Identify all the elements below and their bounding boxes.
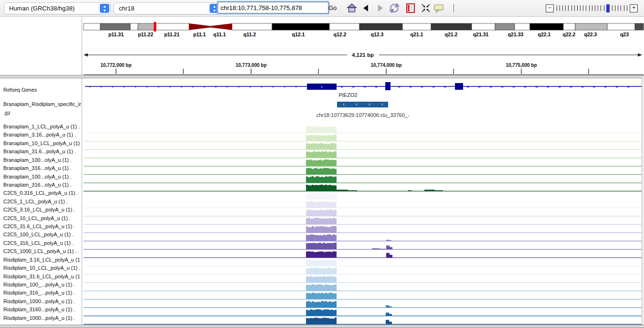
intron-feature-bar[interactable] bbox=[337, 102, 388, 107]
cytoband[interactable] bbox=[495, 23, 515, 30]
coverage-peak[interactable] bbox=[306, 218, 337, 224]
track-name-label[interactable]: Branaplam_316...olyA_u (1) . bbox=[3, 182, 72, 188]
track-name-label[interactable]: Branaplam_3.16...polyA_u (1) . bbox=[3, 132, 76, 138]
gene-name-label[interactable]: PIEZO2 bbox=[338, 92, 357, 98]
zoom-tick[interactable] bbox=[601, 5, 601, 11]
cytoband[interactable] bbox=[575, 23, 607, 30]
coverage-peak-minor[interactable] bbox=[386, 253, 392, 258]
coverage-peak[interactable] bbox=[306, 159, 337, 166]
coverage-peak[interactable] bbox=[306, 210, 337, 216]
zoom-tick[interactable] bbox=[586, 5, 586, 11]
track-name-label[interactable]: Risdiplam_316_...polyA_u (1) . bbox=[3, 290, 75, 296]
chromosome-select[interactable]: chr18 ▲▼ bbox=[114, 2, 221, 14]
track-name-label[interactable]: C2C5_31.6_LCL_polyA_u (1) . bbox=[3, 223, 75, 229]
cytoband[interactable] bbox=[472, 23, 495, 30]
cytoband[interactable] bbox=[272, 23, 329, 30]
track-name-label[interactable]: Risdiplam_3160...polyA_u (1) . bbox=[3, 307, 75, 312]
track-name-label[interactable]: Branaplam_316...olyA_u (1) . bbox=[3, 165, 72, 171]
coverage-peak[interactable] bbox=[306, 226, 337, 233]
cytoband[interactable] bbox=[138, 23, 154, 30]
coverage-peak[interactable] bbox=[306, 276, 337, 283]
coverage-peak[interactable] bbox=[306, 251, 337, 258]
coverage-peak-minor[interactable] bbox=[408, 190, 412, 191]
zoom-tick[interactable] bbox=[592, 5, 592, 11]
track-name-label[interactable]: C2C5_1_LCL_polyA_u (1) . bbox=[3, 199, 68, 204]
cytoband[interactable] bbox=[329, 23, 359, 30]
track-name-label[interactable]: Branaplam_Risdiplam_specific_int bbox=[3, 101, 81, 107]
coverage-peak[interactable] bbox=[306, 259, 337, 266]
cytoband[interactable] bbox=[402, 23, 431, 30]
track-name-label[interactable]: Risdiplam_100_...polyA_u (1) . bbox=[3, 282, 75, 287]
coverage-peak-minor[interactable] bbox=[372, 248, 386, 249]
cytoband[interactable] bbox=[156, 23, 189, 30]
coverage-peak[interactable] bbox=[306, 193, 337, 200]
zoom-tick[interactable] bbox=[595, 5, 595, 11]
cytoband[interactable] bbox=[130, 23, 138, 30]
track-name-label[interactable]: Risdiplam_10_LCL_polyA_u (1) . bbox=[3, 265, 80, 271]
coverage-peak[interactable] bbox=[306, 135, 337, 141]
coverage-peak-minor[interactable] bbox=[386, 305, 391, 307]
zoom-tick[interactable] bbox=[627, 5, 627, 11]
zoom-tick[interactable] bbox=[560, 5, 560, 11]
coverage-peak[interactable] bbox=[306, 176, 337, 183]
coverage-peak[interactable] bbox=[306, 151, 337, 158]
zoom-tick[interactable] bbox=[621, 5, 621, 11]
zoom-tick[interactable] bbox=[615, 5, 615, 11]
go-button[interactable]: Go bbox=[328, 4, 337, 11]
coverage-peak[interactable] bbox=[306, 143, 337, 149]
zoom-tick[interactable] bbox=[574, 5, 575, 11]
cytoband[interactable] bbox=[530, 23, 563, 30]
coverage-peak[interactable] bbox=[306, 168, 337, 174]
coverage-peak[interactable] bbox=[306, 317, 337, 324]
forward-arrow-icon[interactable] bbox=[375, 3, 385, 13]
coverage-peak-minor[interactable] bbox=[424, 190, 443, 191]
track-name-label[interactable]: Risdiplam_1000...polyA_u (1) . bbox=[3, 315, 75, 321]
zoom-tick[interactable] bbox=[618, 5, 618, 11]
coverage-peak[interactable] bbox=[306, 268, 337, 275]
zoom-tick[interactable] bbox=[557, 5, 557, 11]
coverage-peak[interactable] bbox=[306, 293, 337, 299]
fit-region-icon[interactable] bbox=[421, 3, 431, 13]
refresh-icon[interactable] bbox=[389, 3, 400, 13]
zoom-out-button[interactable]: − bbox=[546, 4, 554, 12]
zoom-tick[interactable] bbox=[571, 5, 572, 11]
refseq-exon[interactable] bbox=[455, 83, 463, 90]
coverage-peak-minor[interactable] bbox=[386, 240, 391, 241]
zoom-in-button[interactable]: + bbox=[630, 4, 638, 12]
zoom-tick[interactable] bbox=[583, 5, 583, 11]
coverage-peak[interactable] bbox=[306, 301, 337, 307]
cytoband[interactable] bbox=[515, 23, 530, 30]
zoom-tick[interactable] bbox=[580, 5, 581, 11]
zoom-tick[interactable] bbox=[565, 5, 566, 11]
coverage-peak-minor[interactable] bbox=[386, 320, 392, 324]
zoom-tick[interactable] bbox=[568, 5, 569, 11]
zoom-tick[interactable] bbox=[562, 5, 563, 11]
home-icon[interactable] bbox=[347, 3, 357, 13]
coverage-peak[interactable] bbox=[306, 234, 337, 241]
zoom-tick[interactable] bbox=[612, 5, 612, 11]
cytoband[interactable] bbox=[100, 23, 130, 30]
comment-bubble-icon[interactable] bbox=[433, 3, 444, 13]
coverage-peak[interactable] bbox=[306, 284, 337, 291]
genome-select[interactable]: Human (GRCh38/hg38) ▲▼ bbox=[4, 2, 111, 14]
cytoband[interactable] bbox=[563, 23, 575, 30]
track-data-panel[interactable]: ‹‹‹‹‹‹‹‹‹‹‹‹‹‹‹‹‹‹‹«««««««««««««««««««««… bbox=[83, 77, 642, 325]
zoom-tick[interactable] bbox=[604, 5, 604, 11]
track-name-label[interactable]: Risdiplam_31.6_LCL_polyA_u (1 bbox=[3, 274, 80, 279]
coverage-peak[interactable] bbox=[306, 201, 337, 208]
track-name-label[interactable]: C2C5_0.316_LCL_polyA_u (1) . bbox=[3, 190, 78, 196]
coverage-peak[interactable] bbox=[306, 243, 337, 249]
track-name-label[interactable]: Branaplam_31.6...polyA_u (1) . bbox=[3, 148, 76, 154]
coverage-peak-minor[interactable] bbox=[386, 245, 392, 249]
track-name-label[interactable]: Branaplam_100...olyA_u (1) . bbox=[3, 157, 72, 163]
track-name-label[interactable]: C2C5_10_LCL_polyA_u (1) . bbox=[3, 215, 71, 221]
track-name-label[interactable]: C2C5_100_LCL_polyA_u (1) . bbox=[3, 232, 74, 237]
cytoband[interactable] bbox=[431, 23, 472, 30]
intron-cluster-label[interactable]: chr18:10773629:10774006:clu_33760_- bbox=[316, 112, 409, 118]
snapshot-window-icon[interactable] bbox=[405, 3, 416, 13]
track-name-label[interactable]: .gz bbox=[3, 110, 11, 116]
zoom-tick[interactable] bbox=[577, 5, 578, 11]
track-name-label[interactable]: Branaplam_100...olyA_u (1) . bbox=[3, 174, 72, 180]
track-name-label[interactable]: C2C5_1000_LCL_polyA_u (1) . bbox=[3, 248, 77, 254]
zoom-tick[interactable] bbox=[598, 5, 598, 11]
